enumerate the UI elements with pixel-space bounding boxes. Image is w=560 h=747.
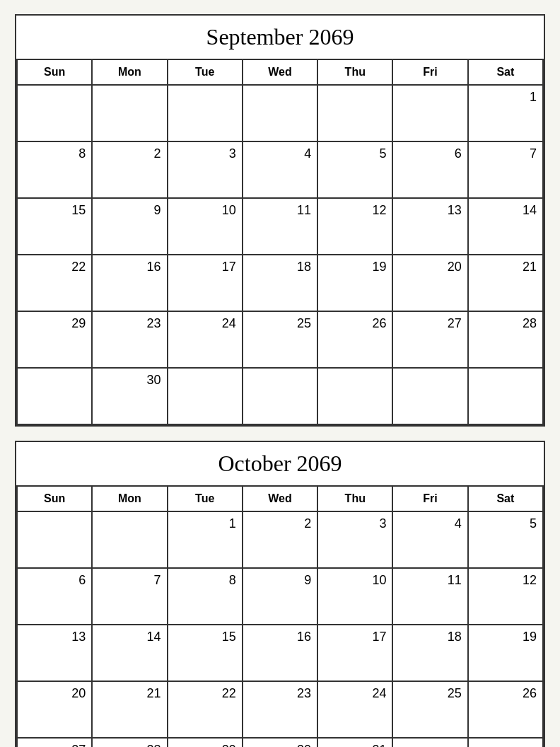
sep-d29: 29 [18, 312, 93, 369]
oct-w5-sat [469, 739, 544, 747]
oct-d14: 14 [93, 625, 168, 682]
oct-d4: 4 [393, 512, 468, 569]
oct-d12: 12 [469, 569, 544, 625]
oct-w1-mon [93, 512, 168, 569]
oct-d31: 31 [318, 739, 393, 747]
sep-w6-wed [243, 369, 318, 425]
oct-d10: 10 [318, 569, 393, 625]
sep-d8: 8 [18, 142, 93, 199]
oct-d21: 21 [93, 682, 168, 739]
sep-d1: 1 [469, 86, 544, 142]
header-mon: Mon [93, 60, 168, 86]
oct-d29: 29 [168, 739, 243, 747]
oct-d27: 27 [18, 739, 93, 747]
oct-d15: 15 [168, 625, 243, 682]
oct-header-fri: Fri [393, 487, 468, 512]
sep-d25: 25 [243, 312, 318, 369]
header-sat: Sat [469, 60, 544, 86]
sep-d20: 20 [393, 255, 468, 312]
sep-d9: 9 [93, 199, 168, 255]
oct-header-tue: Tue [168, 487, 243, 512]
oct-w1-sun [18, 512, 93, 569]
sep-d27: 27 [393, 312, 468, 369]
header-fri: Fri [393, 60, 468, 86]
header-tue: Tue [168, 60, 243, 86]
header-wed: Wed [243, 60, 318, 86]
oct-header-mon: Mon [93, 487, 168, 512]
sep-d7: 7 [469, 142, 544, 199]
sep-d16: 16 [93, 255, 168, 312]
sep-w1-wed [243, 86, 318, 142]
sep-d23: 23 [93, 312, 168, 369]
sep-d12: 12 [318, 199, 393, 255]
oct-d28: 28 [93, 739, 168, 747]
oct-d26: 26 [469, 682, 544, 739]
oct-d23: 23 [243, 682, 318, 739]
oct-d25: 25 [393, 682, 468, 739]
sep-w6-fri [393, 369, 468, 425]
oct-d2: 2 [243, 512, 318, 569]
oct-header-sat: Sat [469, 487, 544, 512]
oct-d24: 24 [318, 682, 393, 739]
september-title: September 2069 [16, 16, 544, 60]
sep-d4: 4 [243, 142, 318, 199]
sep-d11: 11 [243, 199, 318, 255]
header-sun: Sun [18, 60, 93, 86]
sep-d24: 24 [168, 312, 243, 369]
sep-w1-mon [93, 86, 168, 142]
sep-w6-sat [469, 369, 544, 425]
sep-d21: 21 [469, 255, 544, 312]
oct-d18: 18 [393, 625, 468, 682]
sep-d30: 30 [93, 369, 168, 425]
oct-header-thu: Thu [318, 487, 393, 512]
oct-d19: 19 [469, 625, 544, 682]
oct-d20: 20 [18, 682, 93, 739]
oct-d5: 5 [469, 512, 544, 569]
september-calendar: September 2069 Sun Mon Tue Wed Thu Fri S… [15, 14, 545, 427]
oct-d11: 11 [393, 569, 468, 625]
sep-d15: 15 [18, 199, 93, 255]
sep-d28: 28 [469, 312, 544, 369]
oct-d9: 9 [243, 569, 318, 625]
september-grid: Sun Mon Tue Wed Thu Fri Sat 1 8 2 3 4 5 … [16, 60, 544, 425]
oct-d22: 22 [168, 682, 243, 739]
oct-d30: 30 [243, 739, 318, 747]
sep-d10: 10 [168, 199, 243, 255]
sep-d2: 2 [93, 142, 168, 199]
oct-d17: 17 [318, 625, 393, 682]
oct-d7: 7 [93, 569, 168, 625]
sep-d22: 22 [18, 255, 93, 312]
sep-d18: 18 [243, 255, 318, 312]
oct-d3: 3 [318, 512, 393, 569]
oct-d1: 1 [168, 512, 243, 569]
sep-w1-sun [18, 86, 93, 142]
sep-d19: 19 [318, 255, 393, 312]
oct-d13: 13 [18, 625, 93, 682]
sep-w1-fri [393, 86, 468, 142]
sep-d17: 17 [168, 255, 243, 312]
header-thu: Thu [318, 60, 393, 86]
sep-d6: 6 [393, 142, 468, 199]
sep-w1-thu [318, 86, 393, 142]
sep-w6-tue [168, 369, 243, 425]
oct-header-sun: Sun [18, 487, 93, 512]
sep-d3: 3 [168, 142, 243, 199]
sep-w6-thu [318, 369, 393, 425]
sep-w1-tue [168, 86, 243, 142]
oct-d8: 8 [168, 569, 243, 625]
oct-d16: 16 [243, 625, 318, 682]
sep-d13: 13 [393, 199, 468, 255]
october-grid: Sun Mon Tue Wed Thu Fri Sat 1 2 3 4 5 6 … [16, 487, 544, 747]
sep-d5: 5 [318, 142, 393, 199]
oct-header-wed: Wed [243, 487, 318, 512]
sep-d14: 14 [469, 199, 544, 255]
sep-w6-sun [18, 369, 93, 425]
october-calendar: October 2069 Sun Mon Tue Wed Thu Fri Sat… [15, 441, 545, 747]
oct-d6: 6 [18, 569, 93, 625]
october-title: October 2069 [16, 442, 544, 487]
oct-w5-fri [393, 739, 468, 747]
sep-d26: 26 [318, 312, 393, 369]
